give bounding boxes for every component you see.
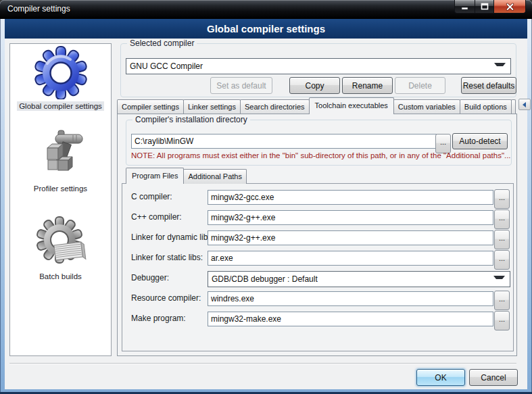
field-label: C++ compiler: [131,212,182,222]
minimize-button[interactable] [454,0,475,14]
copy-button[interactable]: Copy [289,77,340,94]
tab-linker-settings[interactable]: Linker settings [183,99,241,114]
tab-scroll-buttons [518,99,532,110]
debugger-select-value: GDB/CDB debugger : Default [208,274,493,284]
window-controls [454,0,526,14]
gray-gear-stack-icon [34,216,88,270]
cpp-compiler-input[interactable] [208,210,493,225]
reset-defaults-button[interactable]: Reset defaults [461,77,516,94]
compiler-select-value: GNU GCC Compiler [126,61,494,71]
chevron-down-icon [494,63,506,70]
ok-button[interactable]: OK [416,369,465,386]
field-label: Debugger: [131,273,169,282]
arrow-left-icon [523,102,526,107]
tab-scroll-left-button[interactable] [518,99,531,110]
title-bar[interactable]: Compiler settings [0,0,532,19]
debugger-select[interactable]: GDB/CDB debugger : Default [208,271,510,287]
paths-tab-strip: Program Files Additional Paths [126,168,247,184]
resource-compiler-input[interactable] [208,291,493,306]
browse-resource-compiler-button[interactable]: ... [494,291,510,310]
tab-compiler-settings[interactable]: Compiler settings [117,99,184,114]
compiler-settings-dialog: Compiler settings Global compiler settin… [0,0,532,394]
browse-static-linker-button[interactable]: ... [494,250,510,270]
delete-button[interactable]: Delete [395,77,445,94]
caliper-icon [34,128,88,182]
tab-toolchain-executables[interactable]: Toolchain executables [309,97,394,114]
close-icon [506,3,514,11]
field-label: Linker for static libs: [131,253,203,262]
settings-category-list: Global compiler settings [9,43,112,356]
sidebar-item-label: Batch builds [37,272,84,281]
tab-custom-variables[interactable]: Custom variables [393,99,460,114]
field-label: Linker for dynamic libs: [131,232,214,242]
c-compiler-input[interactable] [208,190,493,205]
field-label: C compiler: [131,192,172,201]
installation-directory-input[interactable] [131,134,437,149]
set-as-default-button[interactable]: Set as default [210,77,272,94]
cancel-button[interactable]: Cancel [469,369,518,386]
settings-tab-strip: Compiler settings Linker settings Search… [117,97,532,114]
dialog-content: Global compiler settings [5,39,527,389]
footer-divider [9,363,516,364]
make-program-input[interactable] [208,312,493,326]
maximize-icon [481,3,489,10]
tab-additional-paths[interactable]: Additional Paths [183,169,247,184]
sidebar-item-label: Profiler settings [32,184,89,193]
chevron-down-icon [493,276,505,282]
page-title: Global compiler settings [5,19,527,39]
compiler-select[interactable]: GNU GCC Compiler [126,58,511,74]
sidebar-item-batch-builds[interactable]: Batch builds [10,216,111,281]
static-linker-input[interactable] [208,251,493,266]
auto-detect-button[interactable]: Auto-detect [452,133,508,149]
browse-make-program-button[interactable]: ... [494,311,510,330]
field-label: Make program: [131,314,186,323]
browse-dynamic-linker-button[interactable]: ... [494,230,510,249]
tab-search-directories[interactable]: Search directories [240,99,310,114]
field-label: Resource compiler: [131,293,201,303]
blue-gear-icon [34,45,88,99]
browse-cpp-compiler-button[interactable]: ... [494,210,510,229]
sidebar-item-label: Global compiler settings [17,101,104,111]
installation-note: NOTE: All programs must exist either in … [131,151,511,159]
group-label: Selected compiler [127,39,197,48]
rename-button[interactable]: Rename [342,77,393,94]
dynamic-linker-input[interactable] [208,230,493,245]
sidebar-item-global-compiler-settings[interactable]: Global compiler settings [10,45,111,111]
tab-program-files[interactable]: Program Files [126,168,184,184]
maximize-button[interactable] [475,0,494,14]
window-title: Compiler settings [7,0,70,18]
close-button[interactable] [494,0,526,14]
group-label: Compiler's installation directory [132,115,250,124]
tab-clipped[interactable] [511,99,516,114]
sidebar-item-profiler-settings[interactable]: Profiler settings [10,128,111,193]
browse-c-compiler-button[interactable]: ... [494,189,510,209]
browse-directory-button[interactable]: ... [435,134,451,153]
minimize-icon [461,3,468,10]
tab-build-options[interactable]: Build options [460,99,512,114]
